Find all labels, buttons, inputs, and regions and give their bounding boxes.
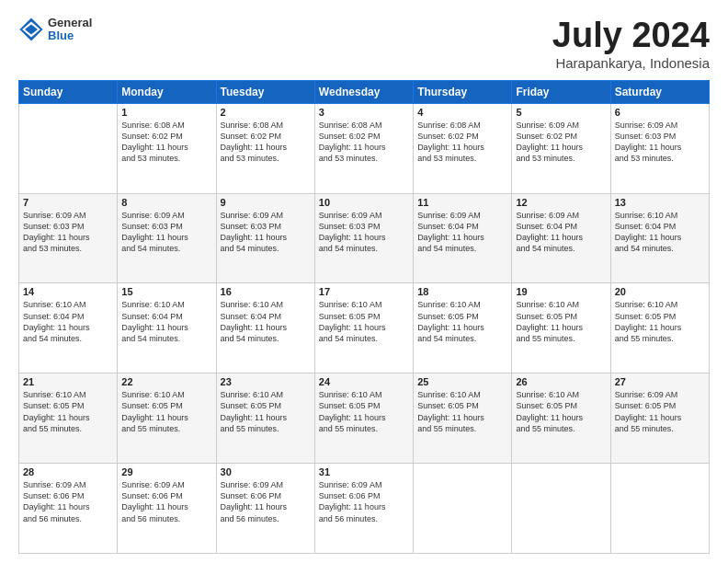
cell-info: Sunrise: 6:10 AMSunset: 6:05 PMDaylight:… (319, 299, 409, 344)
calendar-cell: 29Sunrise: 6:09 AMSunset: 6:06 PMDayligh… (118, 464, 216, 554)
calendar-cell: 3Sunrise: 6:08 AMSunset: 6:02 PMDaylight… (314, 103, 413, 193)
cell-info: Sunrise: 6:10 AMSunset: 6:05 PMDaylight:… (615, 299, 705, 344)
day-number: 10 (319, 197, 409, 208)
calendar-cell: 5Sunrise: 6:09 AMSunset: 6:02 PMDaylight… (512, 103, 610, 193)
calendar-cell: 1Sunrise: 6:08 AMSunset: 6:02 PMDaylight… (118, 103, 216, 193)
day-number: 6 (615, 107, 705, 118)
cell-info: Sunrise: 6:09 AMSunset: 6:06 PMDaylight:… (121, 479, 211, 524)
cell-info: Sunrise: 6:10 AMSunset: 6:04 PMDaylight:… (615, 210, 705, 255)
calendar-cell: 16Sunrise: 6:10 AMSunset: 6:04 PMDayligh… (216, 283, 314, 373)
calendar-header-row: SundayMondayTuesdayWednesdayThursdayFrid… (19, 80, 710, 103)
calendar-cell: 25Sunrise: 6:10 AMSunset: 6:05 PMDayligh… (414, 373, 512, 464)
calendar-cell: 9Sunrise: 6:09 AMSunset: 6:03 PMDaylight… (216, 193, 314, 283)
day-number: 27 (615, 376, 705, 387)
calendar-cell (414, 464, 512, 554)
day-number: 29 (121, 466, 211, 477)
cell-info: Sunrise: 6:09 AMSunset: 6:03 PMDaylight:… (121, 210, 211, 255)
cell-info: Sunrise: 6:09 AMSunset: 6:06 PMDaylight:… (23, 479, 113, 524)
calendar-header-cell: Saturday (610, 80, 709, 103)
day-number: 4 (417, 107, 507, 118)
cell-info: Sunrise: 6:08 AMSunset: 6:02 PMDaylight:… (221, 120, 311, 165)
day-number: 1 (121, 107, 211, 118)
day-number: 16 (221, 286, 311, 297)
day-number: 25 (417, 376, 507, 387)
day-number: 3 (319, 107, 409, 118)
day-number: 9 (221, 197, 311, 208)
header: General Blue July 2024 Harapankarya, Ind… (18, 17, 710, 71)
calendar-header-cell: Thursday (414, 80, 512, 103)
logo: General Blue (18, 17, 92, 43)
calendar-cell: 10Sunrise: 6:09 AMSunset: 6:03 PMDayligh… (314, 193, 413, 283)
calendar-cell: 18Sunrise: 6:10 AMSunset: 6:05 PMDayligh… (414, 283, 512, 373)
cell-info: Sunrise: 6:08 AMSunset: 6:02 PMDaylight:… (417, 120, 507, 165)
calendar-cell: 13Sunrise: 6:10 AMSunset: 6:04 PMDayligh… (610, 193, 709, 283)
day-number: 17 (319, 286, 409, 297)
calendar-cell: 20Sunrise: 6:10 AMSunset: 6:05 PMDayligh… (610, 283, 709, 373)
calendar-cell: 28Sunrise: 6:09 AMSunset: 6:06 PMDayligh… (19, 464, 118, 554)
cell-info: Sunrise: 6:09 AMSunset: 6:02 PMDaylight:… (516, 120, 606, 165)
calendar-cell: 6Sunrise: 6:09 AMSunset: 6:03 PMDaylight… (610, 103, 709, 193)
calendar-header-cell: Wednesday (314, 80, 413, 103)
cell-info: Sunrise: 6:09 AMSunset: 6:05 PMDaylight:… (615, 389, 705, 434)
cell-info: Sunrise: 6:10 AMSunset: 6:05 PMDaylight:… (417, 389, 507, 434)
page: General Blue July 2024 Harapankarya, Ind… (0, 0, 728, 563)
day-number: 12 (516, 197, 606, 208)
day-number: 11 (417, 197, 507, 208)
day-number: 15 (121, 286, 211, 297)
day-number: 30 (221, 466, 311, 477)
calendar-cell: 11Sunrise: 6:09 AMSunset: 6:04 PMDayligh… (414, 193, 512, 283)
cell-info: Sunrise: 6:09 AMSunset: 6:03 PMDaylight:… (615, 120, 705, 165)
logo-line1: General (48, 17, 92, 29)
main-title: July 2024 (552, 17, 710, 55)
cell-info: Sunrise: 6:09 AMSunset: 6:03 PMDaylight:… (319, 210, 409, 255)
cell-info: Sunrise: 6:10 AMSunset: 6:04 PMDaylight:… (221, 299, 311, 344)
day-number: 18 (417, 286, 507, 297)
calendar-week-row: 21Sunrise: 6:10 AMSunset: 6:05 PMDayligh… (19, 373, 710, 464)
cell-info: Sunrise: 6:09 AMSunset: 6:04 PMDaylight:… (417, 210, 507, 255)
day-number: 22 (121, 376, 211, 387)
day-number: 2 (221, 107, 311, 118)
cell-info: Sunrise: 6:10 AMSunset: 6:05 PMDaylight:… (319, 389, 409, 434)
calendar-cell (512, 464, 610, 554)
day-number: 23 (221, 376, 311, 387)
day-number: 26 (516, 376, 606, 387)
day-number: 5 (516, 107, 606, 118)
calendar-cell: 23Sunrise: 6:10 AMSunset: 6:05 PMDayligh… (216, 373, 314, 464)
calendar-cell: 14Sunrise: 6:10 AMSunset: 6:04 PMDayligh… (19, 283, 118, 373)
calendar-cell: 15Sunrise: 6:10 AMSunset: 6:04 PMDayligh… (118, 283, 216, 373)
logo-text: General Blue (48, 17, 92, 43)
cell-info: Sunrise: 6:09 AMSunset: 6:06 PMDaylight:… (221, 479, 311, 524)
day-number: 14 (23, 286, 113, 297)
day-number: 13 (615, 197, 705, 208)
day-number: 31 (319, 466, 409, 477)
cell-info: Sunrise: 6:09 AMSunset: 6:04 PMDaylight:… (516, 210, 606, 255)
calendar-cell: 31Sunrise: 6:09 AMSunset: 6:06 PMDayligh… (314, 464, 413, 554)
calendar-cell: 7Sunrise: 6:09 AMSunset: 6:03 PMDaylight… (19, 193, 118, 283)
calendar-week-row: 14Sunrise: 6:10 AMSunset: 6:04 PMDayligh… (19, 283, 710, 373)
cell-info: Sunrise: 6:10 AMSunset: 6:04 PMDaylight:… (23, 299, 113, 344)
calendar-header-cell: Tuesday (216, 80, 314, 103)
cell-info: Sunrise: 6:09 AMSunset: 6:06 PMDaylight:… (319, 479, 409, 524)
calendar-header-cell: Friday (512, 80, 610, 103)
calendar-week-row: 28Sunrise: 6:09 AMSunset: 6:06 PMDayligh… (19, 464, 710, 554)
subtitle: Harapankarya, Indonesia (552, 55, 710, 71)
calendar-week-row: 1Sunrise: 6:08 AMSunset: 6:02 PMDaylight… (19, 103, 710, 193)
calendar-cell (19, 103, 118, 193)
cell-info: Sunrise: 6:08 AMSunset: 6:02 PMDaylight:… (121, 120, 211, 165)
title-block: July 2024 Harapankarya, Indonesia (552, 17, 710, 71)
cell-info: Sunrise: 6:10 AMSunset: 6:05 PMDaylight:… (417, 299, 507, 344)
cell-info: Sunrise: 6:09 AMSunset: 6:03 PMDaylight:… (23, 210, 113, 255)
calendar-week-row: 7Sunrise: 6:09 AMSunset: 6:03 PMDaylight… (19, 193, 710, 283)
day-number: 24 (319, 376, 409, 387)
calendar-header-cell: Monday (118, 80, 216, 103)
cell-info: Sunrise: 6:10 AMSunset: 6:05 PMDaylight:… (221, 389, 311, 434)
day-number: 20 (615, 286, 705, 297)
logo-icon (18, 17, 44, 42)
day-number: 21 (23, 376, 113, 387)
calendar-cell: 17Sunrise: 6:10 AMSunset: 6:05 PMDayligh… (314, 283, 413, 373)
cell-info: Sunrise: 6:10 AMSunset: 6:05 PMDaylight:… (121, 389, 211, 434)
cell-info: Sunrise: 6:09 AMSunset: 6:03 PMDaylight:… (221, 210, 311, 255)
calendar-cell: 12Sunrise: 6:09 AMSunset: 6:04 PMDayligh… (512, 193, 610, 283)
calendar-cell: 19Sunrise: 6:10 AMSunset: 6:05 PMDayligh… (512, 283, 610, 373)
calendar-cell: 27Sunrise: 6:09 AMSunset: 6:05 PMDayligh… (610, 373, 709, 464)
